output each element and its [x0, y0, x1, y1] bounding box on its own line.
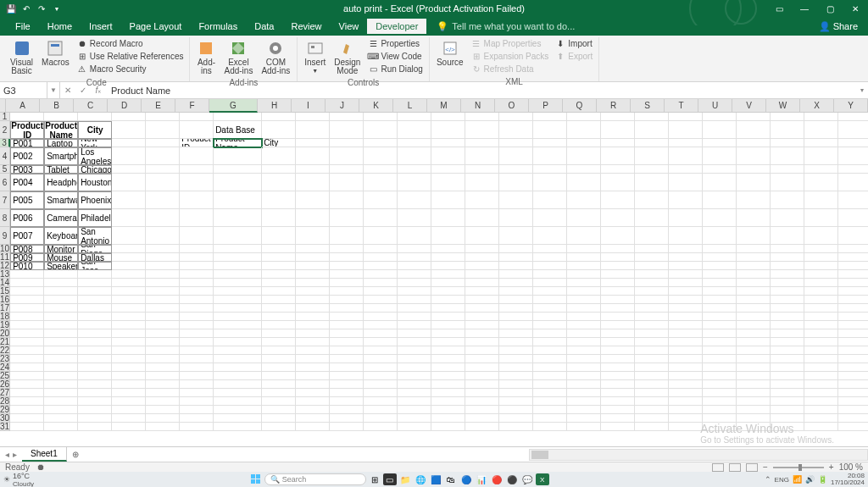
- insert-control-button[interactable]: Insert▼: [301, 37, 329, 75]
- cell-S10[interactable]: [635, 245, 669, 253]
- cell-E15[interactable]: [146, 287, 180, 296]
- cell-H1[interactable]: [262, 113, 296, 121]
- cell-G31[interactable]: [214, 423, 262, 431]
- cell-H21[interactable]: [262, 338, 296, 346]
- cell-W16[interactable]: [771, 296, 804, 304]
- cell-T22[interactable]: [669, 346, 703, 355]
- column-header-Y[interactable]: Y: [834, 99, 868, 113]
- cell-U3[interactable]: [703, 139, 737, 147]
- cell-Q11[interactable]: [567, 253, 601, 262]
- cell-R16[interactable]: [601, 296, 635, 304]
- cell-D25[interactable]: [112, 372, 146, 380]
- cell-O24[interactable]: [499, 363, 533, 372]
- column-header-O[interactable]: O: [495, 99, 529, 113]
- cell-O31[interactable]: [499, 423, 533, 431]
- cell-C26[interactable]: [78, 380, 112, 389]
- tab-file[interactable]: File: [7, 19, 39, 34]
- cell-M17[interactable]: [431, 304, 465, 313]
- column-header-E[interactable]: E: [142, 99, 175, 113]
- cell-I16[interactable]: [296, 296, 330, 304]
- cell-W1[interactable]: [771, 113, 804, 121]
- cell-O18[interactable]: [499, 313, 533, 321]
- cell-I8[interactable]: [296, 209, 330, 227]
- cell-S25[interactable]: [635, 372, 669, 380]
- cell-V27[interactable]: [737, 389, 771, 397]
- cell-U1[interactable]: [703, 113, 737, 121]
- cell-E24[interactable]: [146, 363, 180, 372]
- cell-Y8[interactable]: [838, 209, 868, 227]
- cell-K4[interactable]: [364, 147, 398, 165]
- cell-O21[interactable]: [499, 338, 533, 346]
- cell-L7[interactable]: [398, 191, 431, 209]
- cell-E29[interactable]: [146, 406, 180, 414]
- cell-W6[interactable]: [771, 174, 804, 191]
- cell-F22[interactable]: [180, 346, 214, 355]
- cell-A10[interactable]: P008: [10, 245, 44, 253]
- cell-Y5[interactable]: [838, 165, 868, 174]
- cell-K28[interactable]: [364, 397, 398, 406]
- cell-H3[interactable]: City: [262, 139, 296, 147]
- chrome-icon[interactable]: 🔴: [490, 473, 504, 485]
- cell-F19[interactable]: [180, 321, 214, 329]
- cell-A7[interactable]: P005: [10, 191, 44, 209]
- cell-H12[interactable]: [262, 262, 296, 270]
- cell-M22[interactable]: [431, 346, 465, 355]
- cell-R13[interactable]: [601, 270, 635, 279]
- cell-M21[interactable]: [431, 338, 465, 346]
- cell-L27[interactable]: [398, 389, 431, 397]
- cell-C15[interactable]: [78, 287, 112, 296]
- cell-M27[interactable]: [431, 389, 465, 397]
- cell-O29[interactable]: [499, 406, 533, 414]
- column-header-X[interactable]: X: [800, 99, 834, 113]
- cell-X16[interactable]: [804, 296, 838, 304]
- cell-A13[interactable]: [10, 270, 44, 279]
- cell-N22[interactable]: [465, 346, 499, 355]
- cell-G17[interactable]: [214, 304, 262, 313]
- task-view-icon[interactable]: ⊞: [368, 473, 381, 485]
- macro-security-button[interactable]: ⚠Macro Security: [75, 64, 186, 75]
- cell-L21[interactable]: [398, 338, 431, 346]
- column-header-M[interactable]: M: [427, 99, 461, 113]
- cell-L6[interactable]: [398, 174, 431, 191]
- cell-R6[interactable]: [601, 174, 635, 191]
- cell-F15[interactable]: [180, 287, 214, 296]
- cell-V5[interactable]: [737, 165, 771, 174]
- cell-C25[interactable]: [78, 372, 112, 380]
- cell-R5[interactable]: [601, 165, 635, 174]
- column-header-H[interactable]: H: [258, 99, 292, 113]
- cell-H6[interactable]: [262, 174, 296, 191]
- cell-N9[interactable]: [465, 227, 499, 245]
- cell-W14[interactable]: [771, 279, 804, 287]
- row-header-7[interactable]: 7: [0, 191, 10, 209]
- column-header-L[interactable]: L: [393, 99, 427, 113]
- battery-icon[interactable]: 🔋: [818, 475, 827, 484]
- cell-B20[interactable]: [44, 329, 78, 338]
- column-header-B[interactable]: B: [40, 99, 74, 113]
- cell-W8[interactable]: [771, 209, 804, 227]
- cell-J4[interactable]: [330, 147, 364, 165]
- taskbar-app-9[interactable]: ⚫: [505, 473, 519, 485]
- cell-R29[interactable]: [601, 406, 635, 414]
- cell-O4[interactable]: [499, 147, 533, 165]
- cell-M23[interactable]: [431, 355, 465, 363]
- cell-Q10[interactable]: [567, 245, 601, 253]
- cell-F11[interactable]: [180, 253, 214, 262]
- cell-V16[interactable]: [737, 296, 771, 304]
- close-button[interactable]: ✕: [843, 0, 868, 17]
- cell-F26[interactable]: [180, 380, 214, 389]
- cell-C6[interactable]: Houston: [78, 174, 112, 191]
- cell-K17[interactable]: [364, 304, 398, 313]
- cell-H11[interactable]: [262, 253, 296, 262]
- cell-R1[interactable]: [601, 113, 635, 121]
- cell-E17[interactable]: [146, 304, 180, 313]
- cell-P15[interactable]: [533, 287, 567, 296]
- cell-U7[interactable]: [703, 191, 737, 209]
- formula-input[interactable]: [106, 86, 856, 96]
- cell-F12[interactable]: [180, 262, 214, 270]
- cell-A12[interactable]: P010: [10, 262, 44, 270]
- cell-R23[interactable]: [601, 355, 635, 363]
- cell-S3[interactable]: [635, 139, 669, 147]
- cell-N21[interactable]: [465, 338, 499, 346]
- expand-formula-bar-icon[interactable]: ▾: [856, 86, 868, 94]
- cell-F31[interactable]: [180, 423, 214, 431]
